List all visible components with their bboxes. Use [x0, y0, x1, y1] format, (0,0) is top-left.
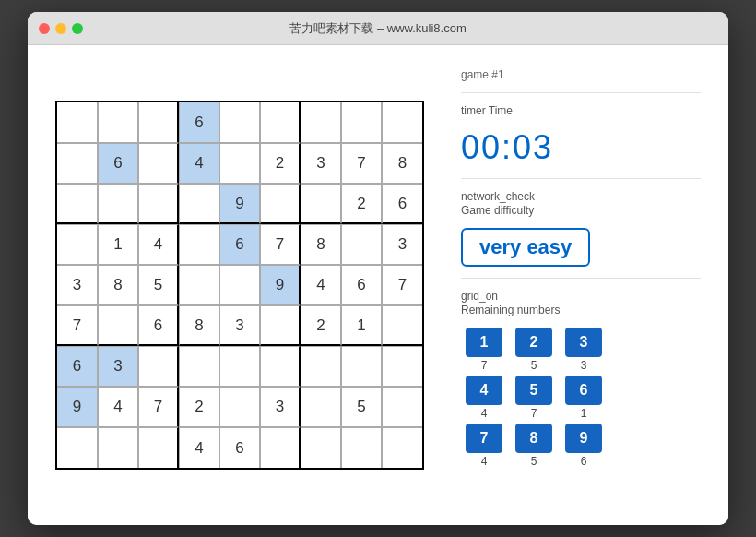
sudoku-board[interactable]: 664237892614678338594677683216394723546 — [55, 101, 424, 470]
cell-r4-c4[interactable] — [179, 224, 219, 265]
cell-r5-c2[interactable]: 8 — [98, 265, 138, 305]
minimize-button[interactable] — [55, 23, 66, 34]
cell-r7-c3[interactable] — [138, 346, 179, 387]
cell-r2-c2[interactable]: 6 — [98, 143, 138, 184]
cell-r4-c8[interactable] — [341, 224, 382, 265]
cell-r7-c8[interactable] — [341, 346, 382, 387]
cell-r2-c8[interactable]: 7 — [341, 143, 382, 184]
cell-r1-c7[interactable] — [301, 102, 341, 143]
cell-r2-c6[interactable]: 2 — [260, 143, 301, 184]
cell-r1-c6[interactable] — [260, 102, 301, 143]
cell-r5-c5[interactable] — [219, 265, 260, 305]
cell-r5-c6[interactable]: 9 — [260, 265, 301, 305]
cell-r1-c9[interactable] — [382, 102, 422, 143]
cell-r9-c7[interactable] — [301, 427, 341, 468]
cell-r8-c3[interactable]: 7 — [138, 387, 179, 427]
number-button-7[interactable]: 7 — [466, 424, 502, 453]
cell-r3-c2[interactable] — [98, 184, 138, 224]
cell-r1-c1[interactable] — [57, 102, 98, 143]
cell-r3-c4[interactable] — [179, 184, 219, 224]
cell-r8-c8[interactable]: 5 — [341, 387, 382, 427]
cell-r1-c4[interactable]: 6 — [179, 102, 219, 143]
cell-r9-c4[interactable]: 4 — [179, 427, 219, 468]
number-count-3: 3 — [581, 359, 587, 372]
cell-r4-c9[interactable]: 3 — [382, 224, 422, 265]
difficulty-label: Game difficulty — [461, 204, 701, 217]
cell-r6-c5[interactable]: 3 — [219, 305, 260, 346]
cell-r6-c7[interactable]: 2 — [301, 305, 341, 346]
number-button-8[interactable]: 8 — [515, 424, 552, 453]
cell-r1-c5[interactable] — [219, 102, 260, 143]
cell-r9-c9[interactable] — [382, 427, 422, 468]
cell-r2-c4[interactable]: 4 — [179, 143, 219, 184]
cell-r6-c8[interactable]: 1 — [341, 305, 382, 346]
cell-r5-c8[interactable]: 6 — [341, 265, 382, 305]
difficulty-badge: very easy — [461, 228, 590, 267]
cell-r2-c1[interactable] — [57, 143, 98, 184]
cell-r2-c5[interactable] — [219, 143, 260, 184]
cell-r5-c4[interactable] — [179, 265, 219, 305]
cell-r6-c1[interactable]: 7 — [57, 305, 98, 346]
number-button-5[interactable]: 5 — [515, 376, 552, 405]
cell-r9-c3[interactable] — [138, 427, 179, 468]
number-button-2[interactable]: 2 — [515, 328, 552, 357]
cell-r9-c8[interactable] — [341, 427, 382, 468]
cell-r5-c9[interactable]: 7 — [382, 265, 422, 305]
cell-r9-c1[interactable] — [57, 427, 98, 468]
cell-r3-c8[interactable]: 2 — [341, 184, 382, 224]
cell-r2-c7[interactable]: 3 — [301, 143, 341, 184]
number-button-3[interactable]: 3 — [565, 328, 602, 357]
number-button-9[interactable]: 9 — [565, 424, 602, 453]
cell-r1-c8[interactable] — [341, 102, 382, 143]
cell-r7-c5[interactable] — [219, 346, 260, 387]
cell-r2-c3[interactable] — [138, 143, 179, 184]
cell-r3-c3[interactable] — [138, 184, 179, 224]
cell-r7-c4[interactable] — [179, 346, 219, 387]
timer-icon-label: timer Time — [461, 104, 701, 117]
cell-r6-c6[interactable] — [260, 305, 301, 346]
cell-r4-c5[interactable]: 6 — [219, 224, 260, 265]
number-button-1[interactable]: 1 — [466, 328, 502, 357]
cell-r5-c1[interactable]: 3 — [57, 265, 98, 305]
maximize-button[interactable] — [72, 23, 83, 34]
cell-r5-c7[interactable]: 4 — [301, 265, 341, 305]
cell-r9-c6[interactable] — [260, 427, 301, 468]
cell-r3-c7[interactable] — [301, 184, 341, 224]
cell-r9-c5[interactable]: 6 — [219, 427, 260, 468]
cell-r5-c3[interactable]: 5 — [138, 265, 179, 305]
cell-r8-c4[interactable]: 2 — [179, 387, 219, 427]
cell-r7-c1[interactable]: 6 — [57, 346, 98, 387]
cell-r8-c1[interactable]: 9 — [57, 387, 98, 427]
cell-r4-c6[interactable]: 7 — [260, 224, 301, 265]
cell-r3-c6[interactable] — [260, 184, 301, 224]
main-content: 664237892614678338594677683216394723546 … — [28, 45, 728, 525]
cell-r7-c2[interactable]: 3 — [98, 346, 138, 387]
cell-r6-c4[interactable]: 8 — [179, 305, 219, 346]
cell-r6-c9[interactable] — [382, 305, 422, 346]
cell-r8-c9[interactable] — [382, 387, 422, 427]
cell-r3-c5[interactable]: 9 — [219, 184, 260, 224]
cell-r1-c3[interactable] — [138, 102, 179, 143]
cell-r3-c9[interactable]: 6 — [382, 184, 422, 224]
cell-r4-c2[interactable]: 1 — [98, 224, 138, 265]
cell-r8-c6[interactable]: 3 — [260, 387, 301, 427]
close-button[interactable] — [39, 23, 50, 34]
cell-r7-c7[interactable] — [301, 346, 341, 387]
cell-r2-c9[interactable]: 8 — [382, 143, 422, 184]
cell-r4-c1[interactable] — [57, 224, 98, 265]
cell-r7-c9[interactable] — [382, 346, 422, 387]
cell-r7-c6[interactable] — [260, 346, 301, 387]
number-button-6[interactable]: 6 — [565, 376, 602, 405]
cell-r6-c3[interactable]: 6 — [138, 305, 179, 346]
number-button-4[interactable]: 4 — [466, 376, 502, 405]
cell-r8-c5[interactable] — [219, 387, 260, 427]
cell-r6-c2[interactable] — [98, 305, 138, 346]
cell-r1-c2[interactable] — [98, 102, 138, 143]
cell-r3-c1[interactable] — [57, 184, 98, 224]
cell-r4-c7[interactable]: 8 — [301, 224, 341, 265]
cell-r4-c3[interactable]: 4 — [138, 224, 179, 265]
cell-r9-c2[interactable] — [98, 427, 138, 468]
cell-r8-c7[interactable] — [301, 387, 341, 427]
cell-r8-c2[interactable]: 4 — [98, 387, 138, 427]
number-item-6: 61 — [561, 376, 607, 420]
